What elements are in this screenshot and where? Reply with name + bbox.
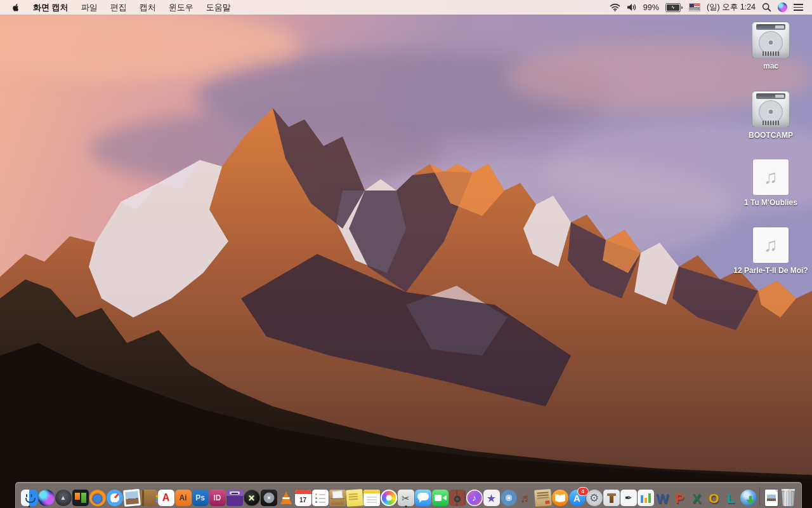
desktop-icon-bootcamp[interactable]: BOOTCAMP xyxy=(731,91,811,141)
illustrator-glyph: Ai xyxy=(180,494,187,502)
dock-trash[interactable] xyxy=(780,489,797,506)
dock-word[interactable]: W xyxy=(654,490,671,506)
dock-app-store[interactable]: A4 xyxy=(568,490,586,506)
battery-fill: ϟ xyxy=(667,4,679,11)
dock-excel[interactable]: X xyxy=(688,490,705,506)
lync-icon: L xyxy=(723,490,740,506)
dock-papers-stack[interactable] xyxy=(534,490,551,506)
window-tiles-icon xyxy=(72,490,89,506)
dock-vlc[interactable] xyxy=(277,490,294,506)
volume-icon[interactable] xyxy=(627,3,637,11)
running-indicator xyxy=(405,505,407,507)
dock-contacts[interactable] xyxy=(140,490,157,506)
dock-window-tiles[interactable] xyxy=(72,490,89,506)
dock-garageband[interactable]: ♬ xyxy=(517,490,534,506)
dock-numbers[interactable] xyxy=(637,490,654,506)
input-source-us-flag[interactable] xyxy=(689,3,700,11)
desktop-icons: macBOOTCAMP♫1 Tu M'Oublies♫12 Parle-T-Il… xyxy=(731,22,811,295)
dock-safari[interactable] xyxy=(106,490,123,506)
dock-photo-booth[interactable] xyxy=(449,490,466,506)
dock-imovie[interactable]: ★ xyxy=(483,490,500,506)
spotlight-icon[interactable] xyxy=(762,3,771,12)
dr-top xyxy=(756,24,785,30)
minimized-document-icon xyxy=(765,490,778,506)
dock-photos[interactable] xyxy=(380,490,397,506)
notification-center-icon[interactable] xyxy=(794,4,803,11)
firefox-icon xyxy=(89,490,106,506)
pages-glyph: ✒ xyxy=(625,493,632,502)
menu-item-screen-capture[interactable]: 화면 캡처 xyxy=(27,0,75,15)
dock-lync[interactable]: L xyxy=(723,490,740,506)
dock-powerpoint[interactable]: P xyxy=(671,490,688,506)
system-preferences-glyph: ⚙ xyxy=(589,493,599,504)
photoshop-icon: Ps xyxy=(192,490,209,506)
dock-dvd-player[interactable] xyxy=(500,490,517,506)
menu-bar: 화면 캡처파일편집캡처윈도우도움말 99% ϟ (일) 오후 1:24 xyxy=(0,0,812,15)
dock-facetime[interactable] xyxy=(431,490,449,506)
dock-unarchiver[interactable] xyxy=(329,490,346,506)
unarchiver-icon xyxy=(329,490,346,506)
desktop-icon-label: mac xyxy=(763,62,778,72)
dock-disk-speed[interactable] xyxy=(260,490,277,506)
apple-menu-icon[interactable] xyxy=(11,3,20,12)
desktop-icon-label: 1 Tu M'Oublies xyxy=(744,198,797,208)
dock-calendar[interactable]: 17 xyxy=(294,490,311,506)
desktop-icon-tu-moublies[interactable]: ♫1 Tu M'Oublies xyxy=(731,159,811,208)
menu-bar-clock[interactable]: (일) 오후 1:24 xyxy=(707,2,756,13)
reminders-icon xyxy=(312,490,329,506)
safari-icon xyxy=(107,490,123,506)
siri-icon[interactable] xyxy=(778,3,787,12)
dock-stickies[interactable] xyxy=(346,490,363,506)
dock-ibooks[interactable] xyxy=(551,490,568,506)
dock-keynote[interactable] xyxy=(603,490,620,506)
music-note-glyph: ♫ xyxy=(764,168,778,187)
downloader-icon xyxy=(740,490,757,506)
finder-icon xyxy=(21,490,37,506)
dock-siri[interactable] xyxy=(37,490,55,506)
wifi-icon[interactable] xyxy=(610,3,620,11)
desktop-icon-label: BOOTCAMP xyxy=(749,131,793,141)
dock-finder[interactable] xyxy=(20,490,37,506)
launchpad-glyph: ▲ xyxy=(60,495,67,501)
dock-toast[interactable] xyxy=(226,490,243,506)
hard-drive-icon xyxy=(752,22,790,58)
dock-reminders[interactable] xyxy=(311,490,329,506)
facetime-icon xyxy=(432,490,449,506)
dock-minimized-document[interactable] xyxy=(763,490,780,506)
dock-firefox[interactable] xyxy=(89,490,106,506)
siri-icon xyxy=(38,490,55,506)
dock-downloader[interactable] xyxy=(740,490,757,506)
battery-icon[interactable]: ϟ xyxy=(665,3,683,12)
menu-item-window[interactable]: 윈도우 xyxy=(162,0,200,15)
dock-illustrator[interactable]: Ai xyxy=(174,490,192,506)
music-note-glyph: ♫ xyxy=(764,236,778,255)
menu-item-file[interactable]: 파일 xyxy=(75,0,104,15)
numbers-icon xyxy=(638,490,654,506)
dock-outlook[interactable]: O xyxy=(705,490,723,506)
desktop-icon-mac[interactable]: mac xyxy=(731,22,811,72)
word-icon: W xyxy=(655,490,671,506)
outlook-glyph: O xyxy=(709,491,719,505)
menu-item-edit[interactable]: 편집 xyxy=(104,0,133,15)
dock-x-app[interactable]: ✕ xyxy=(243,490,260,506)
desktop-icon-parle-t-il-de-moi[interactable]: ♫12 Parle-T-Il De Moi? xyxy=(731,227,811,276)
photoshop-glyph: Ps xyxy=(195,494,205,502)
menu-item-capture[interactable]: 캡처 xyxy=(133,0,162,15)
dock-messages[interactable] xyxy=(414,490,431,506)
notification-badge: 4 xyxy=(577,487,589,496)
dock-acrobat-reader[interactable]: A xyxy=(157,490,174,506)
toast-icon xyxy=(226,490,243,506)
ibooks-icon xyxy=(552,490,568,506)
dock-pages[interactable]: ✒ xyxy=(620,490,637,506)
dock-grab[interactable]: ✂ xyxy=(397,490,414,506)
messages-icon xyxy=(415,490,431,506)
dock-photoshop[interactable]: Ps xyxy=(192,490,209,506)
dock-launchpad[interactable]: ▲ xyxy=(55,490,72,506)
dock-preview[interactable] xyxy=(123,490,140,506)
dr-vents xyxy=(763,51,779,56)
dock-notes[interactable] xyxy=(363,490,380,506)
menu-item-help[interactable]: 도움말 xyxy=(200,0,237,15)
dock-indesign[interactable]: ID xyxy=(209,490,226,506)
dock-itunes[interactable]: ♪ xyxy=(466,490,483,506)
audio-file-icon: ♫ xyxy=(753,159,789,195)
